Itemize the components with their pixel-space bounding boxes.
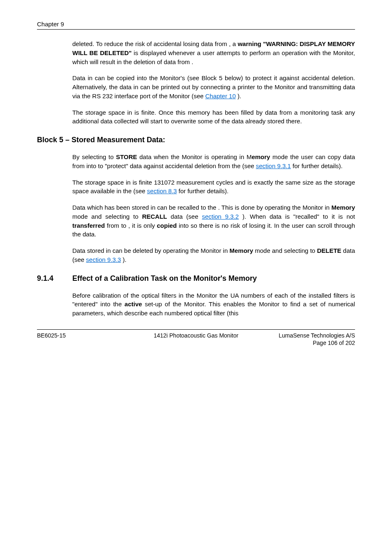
text: can be recalled to the	[157, 204, 218, 211]
text: can be deleted by operating the Monitor …	[113, 247, 230, 254]
text: for further details).	[179, 187, 229, 194]
paragraph-3: The storage space in is finite. Once thi…	[72, 108, 355, 126]
text: mode and selecting to	[72, 213, 142, 220]
keyword-active: active	[125, 301, 142, 308]
text: The storage space in	[72, 109, 134, 116]
text: Data which has been stored in	[72, 204, 157, 211]
paragraph-2: Data in can be copied into the Monitor's…	[72, 74, 355, 100]
paragraph-4: By selecting to STORE data when the Moni…	[72, 153, 355, 171]
text: The storage space in	[72, 179, 133, 186]
text: Data stored in	[72, 247, 113, 254]
text: into	[179, 222, 191, 229]
link-section-932[interactable]: section 9.3.2	[202, 213, 239, 220]
keyword-emory: emory	[251, 153, 270, 160]
text: . This is done by operating the Monitor …	[218, 204, 332, 211]
text: to "protect" data against accidental del…	[98, 162, 242, 169]
page-header: Chapter 9	[37, 21, 355, 28]
link-section-933[interactable]: section 9.3.3	[86, 256, 121, 263]
text: .	[191, 58, 193, 65]
text: Data in	[72, 74, 95, 81]
paragraph-5: The storage space in is finite 131072 me…	[72, 178, 355, 196]
heading-block-5: Block 5 – Stored Measurement Data:	[37, 136, 355, 144]
text: (see	[133, 187, 147, 194]
footer-page: Page 106 of 202	[37, 340, 355, 346]
link-section-83[interactable]: section 8.3	[147, 187, 177, 194]
text: it is not	[332, 213, 355, 220]
paragraph-6: Data which has been stored in can be rec…	[72, 203, 355, 239]
divider-bottom	[37, 329, 355, 330]
footer-left: BE6025-15	[37, 332, 131, 339]
text: data when the Monitor is operating in M	[139, 153, 251, 160]
footer-center: 1412i Photoacoustic Gas Monitor	[131, 332, 262, 339]
text: so there is no risk of losing it. In	[191, 222, 281, 229]
text: to	[121, 222, 128, 229]
keyword-copied: copied	[157, 222, 177, 229]
page-footer: BE6025-15 1412i Photoacoustic Gas Monito…	[37, 332, 355, 339]
text: ).	[123, 256, 127, 263]
text: , it is only	[128, 222, 157, 229]
section-number: 9.1.4	[37, 274, 72, 283]
text: (see	[242, 162, 256, 169]
text: for further details).	[293, 162, 343, 169]
page: Chapter 9 deleted. To reduce the risk of…	[0, 0, 392, 363]
link-chapter-10[interactable]: Chapter 10	[205, 92, 236, 99]
text: ). When data is "recalled" to	[242, 213, 332, 220]
text: from	[107, 222, 121, 229]
footer-right: LumaSense Technologies A/S	[261, 332, 355, 339]
paragraph-8: Before calibration of the optical filter…	[72, 291, 355, 318]
text: deleted. To reduce the risk of accidenta…	[72, 40, 229, 47]
divider-top	[37, 29, 355, 30]
text: data (see	[171, 213, 202, 220]
keyword-transferred: transferred	[72, 222, 105, 229]
text: ).	[238, 92, 241, 99]
text: By selecting to	[72, 153, 116, 160]
text: can be copied into the Monitor's	[95, 74, 187, 81]
text: mode and selecting to	[255, 247, 317, 254]
keyword-recall: RECALL	[142, 213, 167, 220]
keyword-delete: DELETE	[317, 247, 341, 254]
paragraph-1: deleted. To reduce the risk of accidenta…	[72, 39, 355, 66]
text: into	[86, 162, 98, 169]
keyword-memory: Memory	[331, 204, 355, 211]
link-section-931[interactable]: section 9.3.1	[256, 162, 291, 169]
text: , a	[229, 40, 238, 47]
paragraph-7: Data stored in can be deleted by operati…	[72, 246, 355, 264]
keyword-memory: Memory	[230, 247, 254, 254]
section-title: Effect of a Calibration Task on the Moni…	[72, 274, 355, 283]
keyword-store: STORE	[116, 153, 137, 160]
heading-section-914: 9.1.4 Effect of a Calibration Task on th…	[37, 274, 355, 283]
